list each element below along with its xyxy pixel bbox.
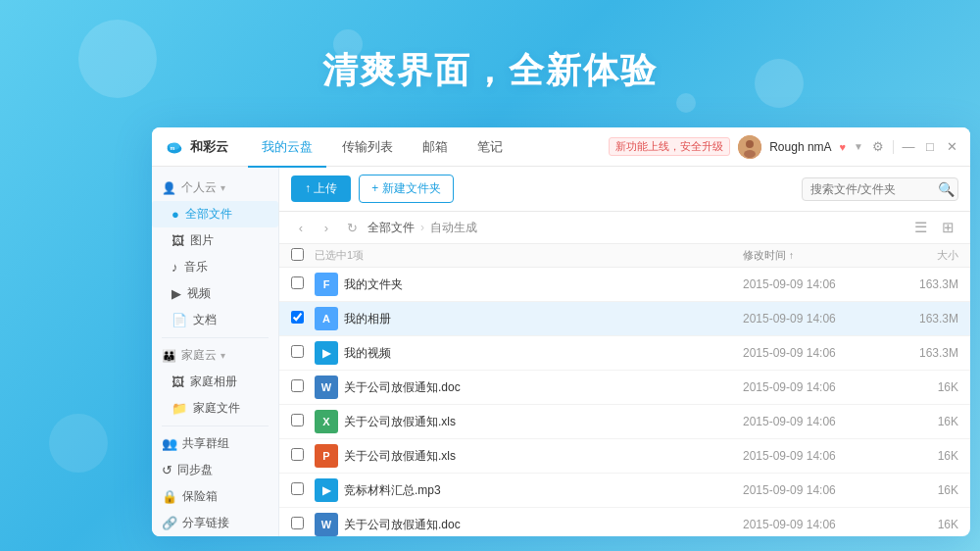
dropdown-arrow-icon[interactable]: ▼	[854, 141, 863, 152]
table-row[interactable]: W 关于公司放假通知.doc 2015-09-09 14:06 16K	[279, 508, 970, 536]
tab-mail[interactable]: 邮箱	[409, 134, 462, 160]
table-row[interactable]: A 我的相册 2015-09-09 14:06 163.3M	[279, 302, 970, 336]
family-album-icon: 🖼	[172, 375, 184, 389]
sidebar-item-music[interactable]: ♪ 音乐	[152, 254, 278, 280]
file-size: 163.3M	[880, 312, 958, 326]
file-checkbox[interactable]	[291, 311, 304, 324]
file-checkbox-wrap	[291, 311, 315, 326]
breadcrumb-bar: ‹ › ↻ 全部文件 › 自动生成 ☰ ⊞	[279, 212, 970, 244]
svg-point-6	[746, 140, 754, 148]
sidebar: 👤 个人云 ▾ ● 全部文件 🖼 图片 ♪ 音乐 ▶	[152, 167, 279, 536]
sync-label: 同步盘	[177, 462, 213, 478]
new-folder-button[interactable]: + 新建文件夹	[359, 175, 453, 203]
tab-notes[interactable]: 笔记	[464, 134, 516, 160]
file-checkbox-wrap	[291, 345, 315, 361]
sync-icon: ↺	[162, 463, 172, 477]
sidebar-item-family-files[interactable]: 📁 家庭文件	[152, 395, 278, 422]
sidebar-item-docs[interactable]: 📄 文档	[152, 307, 278, 333]
date-col-header[interactable]: 修改时间 ↑	[743, 248, 880, 263]
file-type-icon: A	[315, 307, 338, 330]
file-checkbox[interactable]	[291, 448, 304, 461]
file-icon-wrap: A	[315, 307, 344, 330]
divider	[893, 140, 894, 154]
family-files-label: 家庭文件	[193, 400, 240, 417]
table-row[interactable]: F 我的文件夹 2015-09-09 14:06 163.3M	[279, 268, 970, 302]
bg-decoration-5	[49, 414, 108, 473]
table-row[interactable]: X 关于公司放假通知.xls 2015-09-09 14:06 16K	[279, 405, 970, 439]
file-name: 关于公司放假通知.xls	[344, 448, 743, 465]
check-all-checkbox[interactable]	[291, 248, 304, 261]
file-list-header: 已选中1项 修改时间 ↑ 大小	[279, 244, 970, 268]
upload-button[interactable]: ↑ 上传	[291, 175, 351, 202]
sidebar-item-family-album[interactable]: 🖼 家庭相册	[152, 369, 278, 395]
file-size: 16K	[880, 483, 958, 497]
file-type-icon: F	[315, 273, 338, 296]
sort-view-button[interactable]: ☰	[909, 217, 931, 238]
file-checkbox-wrap	[291, 517, 315, 532]
breadcrumb-root[interactable]: 全部文件	[368, 220, 415, 236]
file-name: 我的文件夹	[344, 276, 743, 293]
search-input[interactable]	[810, 182, 938, 196]
file-size: 163.3M	[880, 346, 958, 360]
file-checkbox[interactable]	[291, 517, 304, 529]
file-checkbox[interactable]	[291, 414, 304, 426]
check-all-col	[291, 248, 315, 263]
search-icon[interactable]: 🔍	[938, 181, 955, 197]
svg-point-7	[744, 150, 756, 158]
table-row[interactable]: P 关于公司放假通知.xls 2015-09-09 14:06 16K	[279, 439, 970, 474]
table-row[interactable]: ▶ 竞标材料汇总.mp3 2015-09-09 14:06 16K	[279, 474, 970, 508]
sidebar-item-sync[interactable]: ↺ 同步盘	[152, 457, 278, 483]
maximize-button[interactable]: □	[923, 140, 937, 154]
file-checkbox[interactable]	[291, 379, 304, 392]
file-date: 2015-09-09 14:06	[743, 346, 880, 360]
sidebar-divider-1	[162, 337, 269, 338]
minimize-button[interactable]: —	[902, 140, 915, 154]
family-cloud-section: 👪 家庭云 ▾ 🖼 家庭相册 📁 家庭文件	[152, 342, 278, 422]
file-checkbox[interactable]	[291, 482, 304, 495]
size-label: 大小	[937, 249, 958, 261]
file-name: 关于公司放假通知.xls	[344, 414, 743, 430]
file-checkbox-wrap	[291, 482, 315, 498]
music-label: 音乐	[184, 259, 208, 276]
file-checkbox[interactable]	[291, 276, 304, 289]
family-cloud-header[interactable]: 👪 家庭云 ▾	[152, 342, 278, 369]
refresh-button[interactable]: ↻	[342, 218, 362, 237]
sidebar-item-photos[interactable]: 🖼 图片	[152, 227, 278, 254]
sidebar-item-shared-group[interactable]: 👥 共享群组	[152, 430, 278, 457]
main-panel: ↑ 上传 + 新建文件夹 🔍 ‹ › ↻ 全部文件 › 自动生成 ☰ ⊞	[279, 167, 970, 536]
new-feature-badge: 新功能上线，安全升级	[609, 137, 730, 156]
back-button[interactable]: ‹	[291, 218, 311, 237]
file-checkbox[interactable]	[291, 345, 304, 358]
close-button[interactable]: ✕	[945, 140, 958, 154]
settings-button[interactable]: ⚙	[871, 140, 885, 154]
content-area: 👤 个人云 ▾ ● 全部文件 🖼 图片 ♪ 音乐 ▶	[152, 167, 970, 536]
sidebar-item-share-link[interactable]: 🔗 分享链接	[152, 510, 278, 536]
selected-count-col: 已选中1项	[315, 248, 743, 263]
personal-cloud-header[interactable]: 👤 个人云 ▾	[152, 175, 278, 201]
title-bar-right: 新功能上线，安全升级 Rough nmA ♥ ▼ ⚙ — □ ✕	[609, 135, 958, 159]
table-row[interactable]: W 关于公司放假通知.doc 2015-09-09 14:06 16K	[279, 371, 970, 405]
sidebar-item-video[interactable]: ▶ 视频	[152, 280, 278, 307]
toolbar: ↑ 上传 + 新建文件夹 🔍	[279, 167, 970, 212]
file-list: F 我的文件夹 2015-09-09 14:06 163.3M A 我的相册 2…	[279, 268, 970, 536]
search-box: 🔍	[802, 177, 958, 201]
file-icon-wrap: X	[315, 410, 344, 433]
sidebar-item-safe[interactable]: 🔒 保险箱	[152, 483, 278, 510]
tab-my-cloud[interactable]: 我的云盘	[248, 134, 326, 160]
sidebar-item-all-files[interactable]: ● 全部文件	[152, 201, 278, 227]
file-icon-wrap: W	[315, 513, 344, 536]
file-type-icon: W	[315, 513, 338, 536]
file-icon-wrap: ▶	[315, 478, 344, 502]
file-name: 关于公司放假通知.doc	[344, 379, 743, 396]
breadcrumb-current: 自动生成	[430, 220, 477, 236]
heart-icon: ♥	[840, 141, 847, 153]
forward-button[interactable]: ›	[317, 218, 336, 237]
tab-transfer[interactable]: 传输列表	[328, 134, 407, 160]
grid-view-button[interactable]: ⊞	[937, 217, 958, 238]
selected-count: 已选中1项	[315, 249, 364, 261]
table-row[interactable]: ▶ 我的视频 2015-09-09 14:06 163.3M	[279, 336, 970, 371]
expand-family-icon: ▾	[220, 350, 225, 361]
file-checkbox-wrap	[291, 379, 315, 395]
title-bar: m 和彩云 我的云盘 传输列表 邮箱 笔记 新功能上线，安全升级 Rough n…	[152, 127, 970, 167]
file-size: 163.3M	[880, 277, 958, 291]
